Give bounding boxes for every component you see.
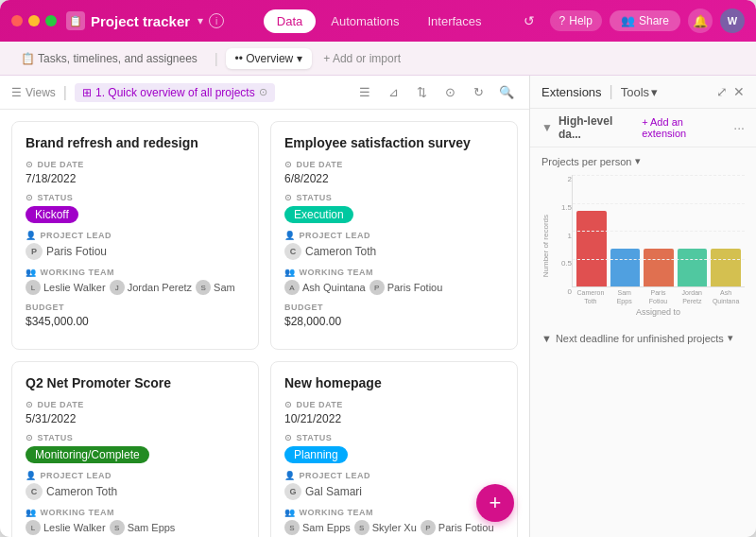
nav-interfaces[interactable]: Interfaces xyxy=(415,9,495,33)
panel-tab-separator: | xyxy=(610,83,613,100)
card-title: Brand refresh and redesign xyxy=(26,135,245,150)
team-member: A Ash Quintana xyxy=(284,280,366,295)
history-icon[interactable]: ↺ xyxy=(516,8,542,34)
add-record-fab[interactable]: + xyxy=(476,484,514,522)
project-lead-label: 👤 PROJECT LEAD xyxy=(284,231,504,240)
close-button[interactable] xyxy=(11,15,23,26)
team-member: S Sam Epps xyxy=(110,520,176,535)
maximize-button[interactable] xyxy=(45,15,57,26)
x-label-sam: SamEpps xyxy=(610,289,640,305)
team-member: S Sam xyxy=(196,280,235,295)
x-label-paris: ParisFotiou xyxy=(644,289,674,305)
extension-title: High-level da... xyxy=(558,114,636,141)
y-axis-title: Number of records xyxy=(541,215,550,277)
project-card-brand-refresh: Brand refresh and redesign ⊙ DUE DATE 7/… xyxy=(11,121,259,350)
nav-automations[interactable]: Automations xyxy=(318,9,412,33)
info-icon[interactable]: i xyxy=(209,13,224,28)
grid-line-25 xyxy=(573,203,745,204)
title-dropdown-icon[interactable]: ▾ xyxy=(198,14,203,27)
overview-tab-label: •• Overview xyxy=(235,52,294,65)
group-icon[interactable]: ⊙ xyxy=(438,81,461,104)
tools-tab[interactable]: Tools ▾ xyxy=(621,85,658,99)
status-badge: Kickoff xyxy=(26,206,78,223)
view-item-overview[interactable]: ⊞ 1. Quick overview of all projects ⊙ xyxy=(75,83,275,102)
add-extension-button[interactable]: + Add an extension xyxy=(642,116,728,139)
views-toolbar: ☰ Views | ⊞ 1. Quick overview of all pro… xyxy=(0,76,529,110)
x-label-ash: AshQuintana xyxy=(711,289,741,305)
add-import-button[interactable]: + Add or import xyxy=(323,52,401,65)
sub-toolbar: 📋 Tasks, timelines, and assignees | •• O… xyxy=(0,42,756,76)
help-button[interactable]: ? Help xyxy=(550,10,602,31)
clock-icon: ⊙ xyxy=(26,400,34,409)
extensions-tab[interactable]: Extensions xyxy=(541,85,602,99)
close-panel-icon[interactable]: ✕ xyxy=(733,84,745,99)
user-avatar[interactable]: W xyxy=(720,9,745,33)
funnel-icon[interactable]: ⊿ xyxy=(382,81,404,104)
budget-field: BUDGET $345,000.00 xyxy=(26,303,245,328)
status-label: ⊙ STATUS xyxy=(26,433,245,442)
due-date-field: ⊙ DUE DATE 10/21/2022 xyxy=(284,400,504,425)
working-team-field: 👥 WORKING TEAM L Leslie Walker S xyxy=(26,508,245,535)
title-bar: 📋 Project tracker ▾ i Data Automations I… xyxy=(0,0,756,42)
budget-label: BUDGET xyxy=(284,303,504,312)
team-icon: 👥 xyxy=(284,268,296,277)
title-actions: ↺ ? Help 👥 Share 🔔 W xyxy=(516,8,745,34)
due-date-value: 6/8/2022 xyxy=(284,172,504,185)
help-label: Help xyxy=(569,14,593,27)
due-date-value: 10/21/2022 xyxy=(284,412,504,425)
y-axis-title-container: Number of records xyxy=(541,175,555,317)
add-import-label: + Add or import xyxy=(323,52,401,65)
team-member: P Paris Fotiou xyxy=(369,280,443,295)
lead-icon: 👤 xyxy=(284,471,296,480)
expand-icon[interactable]: ⤢ xyxy=(716,84,728,99)
bars-container xyxy=(572,175,745,287)
search-icon[interactable]: 🔍 xyxy=(495,81,518,104)
project-card-employee-survey: Employee satisfaction survey ⊙ DUE DATE … xyxy=(270,121,518,350)
y-labels: 2 1.5 1 0.5 0 xyxy=(555,175,572,317)
view-name: 1. Quick overview of all projects xyxy=(95,86,255,99)
tools-label: Tools xyxy=(621,85,649,99)
team-member: L Leslie Walker xyxy=(26,520,106,535)
tasks-tab[interactable]: 📋 Tasks, timelines, and assignees xyxy=(11,48,207,69)
share-button[interactable]: 👥 Share xyxy=(610,10,680,31)
bar-sam xyxy=(610,249,641,286)
refresh-icon[interactable]: ↻ xyxy=(467,81,490,104)
working-team-label: 👥 WORKING TEAM xyxy=(284,268,504,277)
chart-dropdown-icon: ▾ xyxy=(635,155,641,167)
due-date-value: 7/18/2022 xyxy=(26,172,245,185)
filter-icon[interactable]: ☰ xyxy=(353,81,376,104)
working-team-field: 👥 WORKING TEAM S Sam Epps S Sk xyxy=(284,508,504,535)
status-label: ⊙ STATUS xyxy=(284,433,504,442)
project-lead-value: G Gal Samari xyxy=(284,483,504,500)
team-icon: 👥 xyxy=(26,268,37,277)
collapse-icon[interactable]: ▼ xyxy=(541,121,553,134)
budget-value: $345,000.00 xyxy=(26,315,245,328)
member-avatar: L xyxy=(26,520,41,535)
deadline-title[interactable]: ▼ Next deadline for unfinished projects … xyxy=(541,332,745,344)
member-avatar: P xyxy=(369,280,385,295)
notifications-button[interactable]: 🔔 xyxy=(688,9,713,33)
nav-data[interactable]: Data xyxy=(264,9,316,33)
working-team-label: 👥 WORKING TEAM xyxy=(26,508,245,517)
project-lead-field: 👤 PROJECT LEAD C Cameron Toth xyxy=(284,231,504,260)
lead-avatar: C xyxy=(26,483,43,500)
extension-menu-icon[interactable]: ··· xyxy=(733,120,745,135)
status-icon: ⊙ xyxy=(284,433,293,442)
right-panel: Extensions | Tools ▾ ⤢ ✕ ▼ High-level da… xyxy=(529,76,756,537)
due-date-label: ⊙ DUE DATE xyxy=(26,400,245,409)
overview-dropdown-icon[interactable]: ▾ xyxy=(297,52,302,65)
overview-tab[interactable]: •• Overview ▾ xyxy=(226,48,313,69)
title-nav: Data Automations Interfaces xyxy=(264,9,495,33)
chart-title[interactable]: Projects per person ▾ xyxy=(541,155,745,167)
working-team-field: 👥 WORKING TEAM L Leslie Walker J xyxy=(26,268,245,295)
minimize-button[interactable] xyxy=(28,15,40,26)
due-date-label: ⊙ DUE DATE xyxy=(284,400,504,409)
x-labels: CameronToth SamEpps ParisFotiou JordanPe… xyxy=(572,287,745,305)
status-badge: Planning xyxy=(284,446,348,463)
bar-item-jordan xyxy=(678,249,708,286)
status-icon: ⊙ xyxy=(26,433,34,442)
sort-icon[interactable]: ⇅ xyxy=(410,81,433,104)
clock-icon: ⊙ xyxy=(26,160,34,169)
budget-value: $28,000.00 xyxy=(284,315,504,328)
window-controls xyxy=(11,15,57,26)
